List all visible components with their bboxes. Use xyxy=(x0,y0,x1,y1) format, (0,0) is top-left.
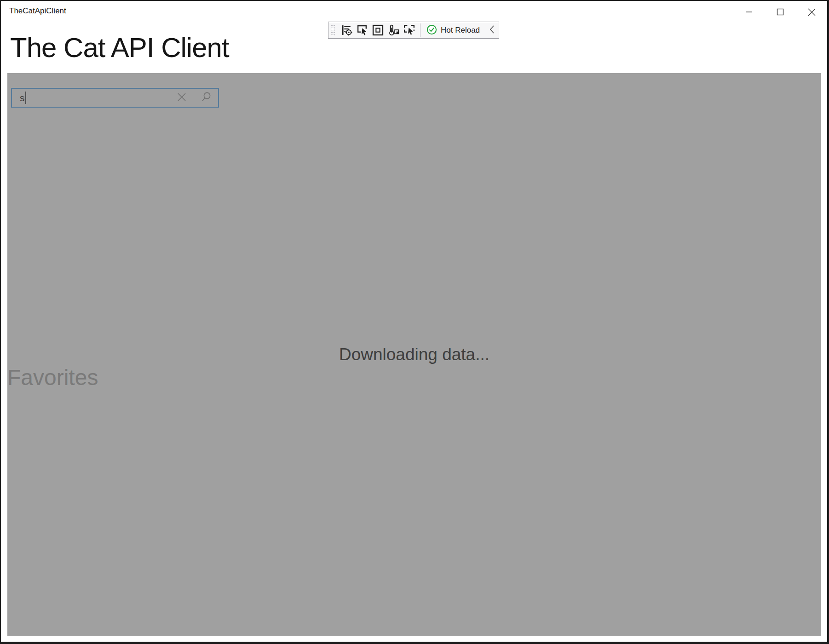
layout-adorners-button[interactable] xyxy=(370,23,386,37)
text-caret xyxy=(25,92,26,104)
window-title: TheCatApiClient xyxy=(9,6,66,16)
track-focus-icon xyxy=(403,24,415,36)
live-visual-tree-button[interactable] xyxy=(339,23,354,37)
magnifier-icon xyxy=(200,91,212,104)
live-visual-tree-icon xyxy=(340,24,353,36)
hot-reload-button[interactable]: Hot Reload xyxy=(424,23,483,37)
hot-reload-label: Hot Reload xyxy=(441,26,480,35)
title-bar: TheCatApiClient xyxy=(1,1,827,23)
maximize-icon xyxy=(777,8,784,16)
caption-buttons xyxy=(733,1,827,23)
check-circle-icon xyxy=(426,24,437,36)
favorites-heading: Favorites xyxy=(7,367,98,389)
search-button[interactable] xyxy=(200,92,212,104)
track-focus-button[interactable] xyxy=(401,23,417,37)
chevron-left-icon xyxy=(489,25,495,35)
close-icon xyxy=(808,8,816,16)
toolbar-separator xyxy=(420,23,420,37)
search-input[interactable]: s xyxy=(11,88,219,108)
status-message: Downloading data... xyxy=(7,345,821,364)
enable-selection-button[interactable] xyxy=(354,23,370,37)
clear-search-button[interactable] xyxy=(176,92,187,104)
maximize-button[interactable] xyxy=(765,1,796,23)
theming-icon xyxy=(387,24,400,36)
debug-toolbar: Hot Reload xyxy=(328,22,499,39)
minimize-icon xyxy=(745,8,753,16)
theming-button[interactable] xyxy=(386,23,401,37)
app-window: TheCatApiClient xyxy=(0,0,829,644)
search-input-value: s xyxy=(20,92,25,104)
toolbar-collapse-button[interactable] xyxy=(486,23,498,37)
enable-selection-icon xyxy=(356,24,368,36)
content-overlay: s Downloading data... Favorites xyxy=(7,73,821,636)
layout-adorners-icon xyxy=(372,24,384,36)
minimize-button[interactable] xyxy=(733,1,765,23)
clear-icon xyxy=(177,92,187,104)
page-title: The Cat API Client xyxy=(10,30,229,65)
close-button[interactable] xyxy=(796,1,827,23)
toolbar-grip-handle[interactable] xyxy=(330,24,336,36)
